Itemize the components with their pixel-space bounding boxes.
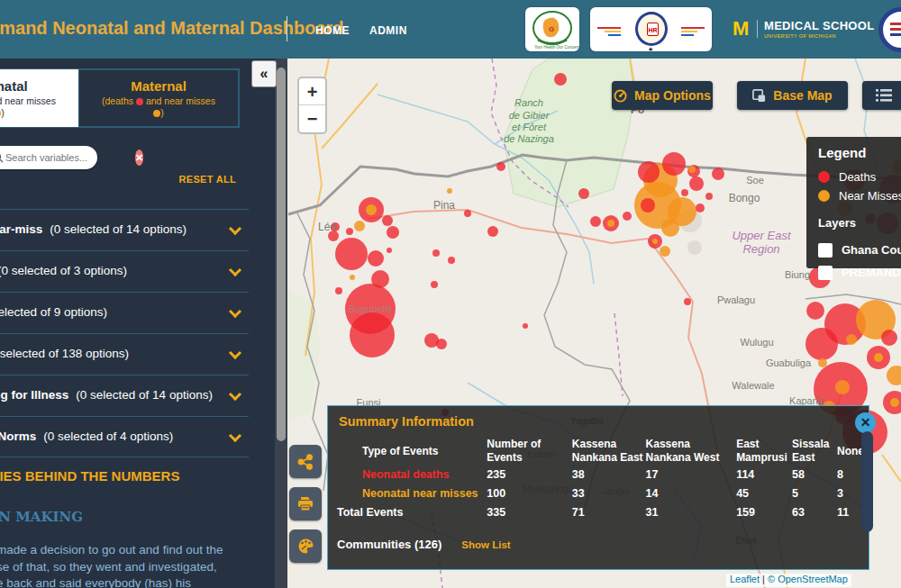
death-marker[interactable] — [867, 346, 890, 369]
ghana-health-service-logo[interactable]: G Your Health Our Concern — [525, 7, 579, 51]
death-marker[interactable] — [696, 204, 705, 213]
zoom-in-button[interactable]: + — [299, 78, 325, 105]
death-marker[interactable] — [578, 188, 589, 199]
death-marker[interactable] — [712, 167, 724, 180]
summary-column-header: East Mamprusi — [736, 438, 792, 465]
tab-neonatal[interactable]: Neonatal(deaths and near misses ) — [0, 69, 78, 127]
chevron-down-icon[interactable] — [229, 388, 241, 401]
death-marker[interactable] — [368, 250, 384, 267]
sidebar-scrollbar[interactable] — [275, 59, 287, 588]
death-marker[interactable] — [662, 152, 686, 176]
death-marker[interactable] — [387, 226, 399, 239]
chevron-down-icon[interactable] — [229, 222, 241, 235]
near-miss-marker[interactable] — [887, 366, 901, 385]
near-miss-marker[interactable] — [661, 219, 679, 237]
near-miss-marker[interactable] — [835, 380, 850, 394]
death-marker[interactable] — [464, 210, 471, 217]
variable-search: ✕ — [0, 146, 97, 169]
chevron-down-icon[interactable] — [229, 264, 241, 276]
death-marker[interactable] — [432, 249, 440, 257]
filter-accordion[interactable]: Care-seeking for Illness(0 selected of 1… — [0, 375, 249, 416]
usaid-logo[interactable] — [878, 7, 901, 52]
filter-accordion[interactable]: (0 selected of 138 options) — [0, 333, 249, 375]
death-marker[interactable] — [554, 73, 567, 86]
nav-home[interactable]: HOME — [315, 24, 350, 37]
death-marker[interactable] — [641, 198, 655, 213]
legend-toggle-button[interactable] — [862, 81, 901, 110]
death-marker[interactable] — [350, 312, 395, 357]
death-marker[interactable] — [705, 193, 713, 200]
chevron-down-icon[interactable] — [229, 305, 241, 318]
near-miss-marker[interactable] — [688, 166, 696, 173]
reset-all-button[interactable]: RESET ALL — [179, 174, 236, 185]
death-marker[interactable] — [328, 231, 339, 241]
death-marker[interactable] — [496, 162, 505, 171]
death-marker[interactable] — [684, 298, 691, 305]
death-marker[interactable] — [881, 330, 897, 346]
sidebar-scrollbar-thumb[interactable] — [277, 68, 286, 441]
death-marker[interactable] — [805, 328, 838, 360]
osm-link[interactable]: © OpenStreetMap — [768, 574, 848, 584]
nav-admin[interactable]: ADMIN — [369, 24, 407, 37]
near-miss-marker[interactable] — [447, 188, 452, 194]
death-marker[interactable] — [590, 216, 601, 227]
death-marker[interactable] — [883, 391, 901, 414]
filter-accordion[interactable]: Death or near-miss(0 selected of 14 opti… — [0, 209, 249, 250]
show-list-link[interactable]: Show List — [461, 539, 510, 550]
share-button[interactable] — [289, 445, 322, 478]
stories-heading: STORIES BEHIND THE NUMBERS — [0, 468, 179, 484]
layer-checkbox[interactable] — [818, 243, 833, 258]
death-marker[interactable] — [806, 302, 824, 320]
navrongo-health-research-centre-logo[interactable]: HR ★ — [590, 7, 712, 51]
death-marker[interactable] — [382, 215, 393, 226]
search-clear-icon[interactable]: ✕ — [135, 149, 143, 166]
tab-maternal[interactable]: Maternal(deaths and near misses ) — [78, 69, 239, 127]
search-input[interactable] — [4, 151, 135, 164]
near-miss-marker[interactable] — [846, 334, 857, 345]
death-marker[interactable] — [623, 212, 632, 221]
print-button[interactable] — [289, 487, 322, 520]
summary-column-header: Kassena Nankana West — [646, 438, 737, 465]
near-miss-marker[interactable] — [660, 246, 670, 257]
death-marker[interactable] — [346, 228, 353, 235]
sidebar-collapse-button[interactable]: « — [251, 60, 277, 87]
death-marker[interactable] — [448, 257, 455, 264]
zoom-out-button[interactable]: − — [299, 105, 325, 132]
death-marker[interactable] — [487, 226, 498, 237]
death-marker[interactable] — [648, 234, 662, 249]
death-marker[interactable] — [436, 339, 447, 349]
filter-text: Care-seeking for Illness(0 selected of 1… — [0, 388, 213, 402]
filter-accordion[interactable]: Social Norms(0 selected of 4 options) — [0, 416, 249, 457]
filter-accordion[interactable]: (0 selected of 3 options) — [0, 250, 249, 292]
death-marker[interactable] — [387, 248, 392, 253]
death-marker[interactable] — [335, 238, 368, 270]
filter-accordion[interactable]: (0 selected of 9 options) — [0, 292, 249, 333]
death-marker[interactable] — [681, 189, 688, 196]
map-options-button[interactable]: Map Options — [612, 81, 713, 110]
style-palette-button[interactable] — [289, 529, 322, 563]
death-marker[interactable] — [335, 287, 342, 294]
death-marker[interactable] — [523, 323, 528, 329]
base-map-button[interactable]: Base Map — [737, 81, 848, 110]
death-marker[interactable] — [689, 176, 704, 191]
death-marker[interactable] — [431, 281, 438, 288]
death-marker[interactable] — [603, 215, 619, 231]
michigan-medical-school-logo[interactable]: M MEDICAL SCHOOL UNIVERSITY OF MICHIGAN — [733, 20, 874, 39]
summary-panel: Summary Information Type of EventsNumber… — [327, 405, 869, 570]
near-miss-marker[interactable] — [350, 275, 355, 280]
layer-row: Ghana Country — [818, 239, 901, 261]
michigan-line2: UNIVERSITY OF MICHIGAN — [764, 33, 874, 39]
summary-close-icon[interactable]: ✕ — [855, 412, 876, 433]
leaflet-link[interactable]: Leaflet — [730, 574, 760, 584]
decision-making-heading: DECISION MAKING — [0, 509, 83, 525]
death-marker[interactable] — [638, 161, 660, 183]
chevron-down-icon[interactable] — [229, 430, 241, 442]
near-miss-marker[interactable] — [818, 358, 827, 367]
layer-checkbox[interactable] — [818, 266, 833, 280]
summary-scrollbar-thumb[interactable] — [861, 431, 873, 532]
near-miss-marker[interactable] — [354, 221, 365, 231]
chevron-down-icon[interactable] — [229, 347, 241, 359]
leaflet-map[interactable]: LéoPoPinaRanchde Gibieret Fôretde Nazing… — [287, 59, 901, 588]
filter-list: Death or near-miss(0 selected of 14 opti… — [0, 209, 249, 457]
death-marker[interactable] — [359, 197, 384, 222]
